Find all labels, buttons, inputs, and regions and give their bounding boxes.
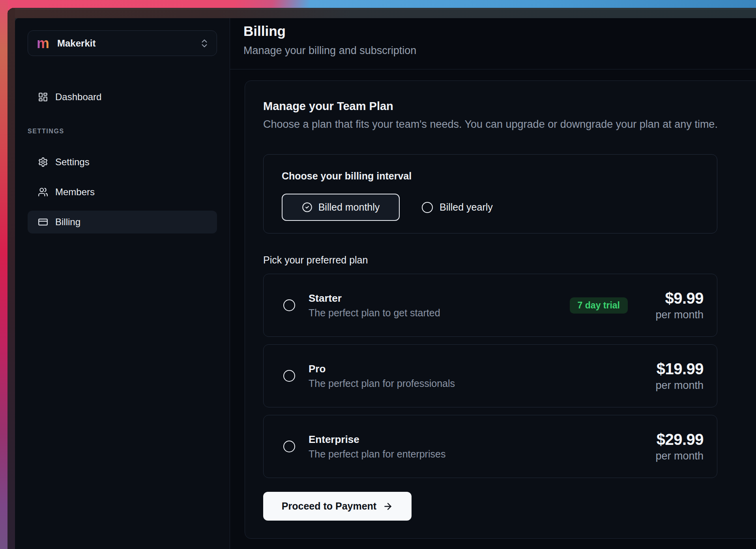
plan-price: $29.99 [648, 431, 704, 447]
plan-period: per month [648, 451, 704, 461]
gear-icon [38, 157, 48, 167]
plan-name: Pro [309, 364, 455, 374]
plan-price-block: $29.99 per month [648, 431, 704, 461]
page-subtitle: Manage your billing and subscription [243, 45, 756, 56]
sidebar-item-label: Settings [55, 157, 90, 168]
plan-meta: 7 day trial $9.99 per month [570, 290, 704, 320]
users-icon [38, 187, 48, 197]
plan-price-block: $9.99 per month [648, 290, 704, 320]
plan-text: Starter The perfect plan to get started [309, 293, 440, 318]
plans-section-label: Pick your preferred plan [263, 255, 744, 265]
billed-yearly-label: Billed yearly [440, 202, 493, 213]
billed-monthly-label: Billed monthly [318, 202, 380, 213]
radio-circle-icon [422, 202, 433, 213]
sidebar-item-label: Members [55, 187, 95, 198]
card-description: Choose a plan that fits your team's need… [263, 119, 744, 130]
plan-text: Enterprise The perfect plan for enterpri… [309, 434, 445, 459]
plan-name: Starter [309, 293, 440, 303]
check-circle-icon [302, 202, 313, 213]
plan-row-enterprise[interactable]: Enterprise The perfect plan for enterpri… [263, 415, 717, 478]
plan-period: per month [648, 380, 704, 391]
sidebar-item-billing[interactable]: Billing [28, 211, 217, 233]
team-plan-card: Manage your Team Plan Choose a plan that… [245, 80, 756, 539]
billing-interval-box: Choose your billing interval Billed mont… [263, 154, 717, 233]
desktop-screen: m Makerkit Dashboard [0, 0, 756, 549]
proceed-to-payment-button[interactable]: Proceed to Payment [263, 492, 412, 521]
makerkit-logo-icon: m [37, 36, 49, 50]
radio-circle-icon[interactable] [283, 441, 295, 452]
wallpaper-left-strip [0, 0, 8, 549]
chevrons-up-down-icon [199, 38, 210, 49]
arrow-right-icon [383, 501, 393, 512]
main-content: Billing Manage your billing and subscrip… [230, 18, 756, 549]
plan-description: The perfect plan to get started [309, 308, 440, 318]
window-content: m Makerkit Dashboard [15, 18, 756, 549]
trial-badge: 7 day trial [570, 297, 628, 314]
page-title: Billing [243, 24, 756, 38]
sidebar: m Makerkit Dashboard [15, 18, 230, 549]
sidebar-section-settings: SETTINGS [28, 128, 217, 135]
plan-meta: $29.99 per month [648, 431, 704, 461]
plan-row-starter[interactable]: Starter The perfect plan to get started … [263, 274, 717, 337]
billed-yearly-option[interactable]: Billed yearly [422, 202, 493, 213]
credit-card-icon [38, 217, 48, 227]
sidebar-item-label: Billing [55, 217, 80, 228]
plan-row-pro[interactable]: Pro The perfect plan for professionals $… [263, 344, 717, 407]
plan-name: Enterprise [309, 434, 445, 444]
card-title: Manage your Team Plan [263, 101, 744, 112]
plan-price-block: $19.99 per month [648, 361, 704, 391]
plan-description: The perfect plan for enterprises [309, 449, 445, 459]
sidebar-item-settings[interactable]: Settings [28, 151, 217, 174]
app-window: m Makerkit Dashboard [7, 8, 756, 549]
layout-dashboard-icon [38, 92, 48, 102]
plan-period: per month [648, 310, 704, 320]
sidebar-item-dashboard[interactable]: Dashboard [28, 88, 217, 106]
workspace-name: Makerkit [57, 38, 95, 49]
sidebar-item-label: Dashboard [55, 92, 101, 103]
proceed-to-payment-label: Proceed to Payment [282, 500, 376, 512]
plan-price: $19.99 [648, 361, 704, 377]
radio-circle-icon[interactable] [283, 299, 295, 311]
billing-interval-options: Billed monthly Billed yearly [282, 194, 699, 221]
sidebar-settings-group: Settings Members [28, 151, 217, 233]
window-left-edge [7, 8, 15, 549]
plan-text: Pro The perfect plan for professionals [309, 364, 455, 388]
radio-circle-icon[interactable] [283, 370, 295, 382]
plan-meta: $19.99 per month [648, 361, 704, 391]
workspace-switcher[interactable]: m Makerkit [28, 30, 217, 56]
window-top-edge [7, 8, 756, 18]
sidebar-item-members[interactable]: Members [28, 181, 217, 204]
plan-price: $9.99 [648, 290, 704, 306]
plan-description: The perfect plan for professionals [309, 379, 455, 388]
page-header: Billing Manage your billing and subscrip… [230, 18, 756, 69]
billed-monthly-option[interactable]: Billed monthly [282, 194, 400, 221]
billing-interval-label: Choose your billing interval [282, 171, 699, 181]
